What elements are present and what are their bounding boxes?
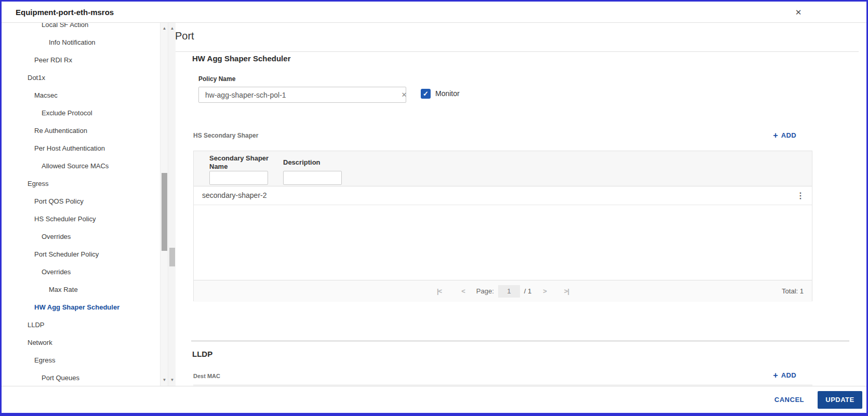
column-header-secondary-shaper-name: Secondary Shaper Name bbox=[209, 154, 287, 171]
dest-mac-label: Dest MAC bbox=[193, 373, 220, 379]
monitor-label: Monitor bbox=[435, 89, 460, 99]
page-title: Port bbox=[175, 30, 194, 42]
next-page-icon[interactable]: > bbox=[543, 287, 546, 295]
hs-secondary-shaper-table: Secondary Shaper Name Description second… bbox=[193, 151, 812, 301]
kebab-menu-icon[interactable]: ⋮ bbox=[796, 186, 805, 205]
sidebar-item-port-queues[interactable]: Port Queues bbox=[2, 369, 160, 386]
scroll-down-icon[interactable]: ▼ bbox=[161, 377, 168, 384]
nav-tree-list: Local SF Action Info Notification Peer R… bbox=[2, 23, 160, 386]
sidebar-item-dot1x[interactable]: Dot1x bbox=[2, 69, 160, 87]
filter-description-input[interactable] bbox=[283, 171, 342, 185]
main-scrollbar[interactable]: ▲ ▼ bbox=[168, 23, 176, 386]
sidebar-scrollbar[interactable]: ▲ ▼ bbox=[160, 23, 168, 386]
scroll-down-icon[interactable]: ▼ bbox=[168, 377, 176, 384]
dialog-equipment-port: Equipment-port-eth-msros ✕ Local SF Acti… bbox=[0, 0, 868, 416]
sidebar-item-re-authentication[interactable]: Re Authentication bbox=[2, 122, 160, 140]
section-divider bbox=[191, 340, 849, 342]
main-panel: Port HW Agg Shaper Scheduler Policy Name… bbox=[168, 23, 859, 386]
sidebar-item-hs-scheduler-policy[interactable]: HS Scheduler Policy bbox=[2, 210, 160, 228]
sidebar-item-port-scheduler-policy[interactable]: Port Scheduler Policy bbox=[2, 246, 160, 263]
sidebar-item-network-egress[interactable]: Egress bbox=[2, 352, 160, 369]
nav-tree: Local SF Action Info Notification Peer R… bbox=[2, 23, 160, 386]
close-icon[interactable]: ✕ bbox=[792, 6, 805, 19]
table-cell-secondary-shaper-name: secondary-shaper-2 bbox=[202, 186, 267, 205]
sidebar-scrollbar-thumb[interactable] bbox=[162, 173, 167, 251]
dialog-footer: CANCEL UPDATE bbox=[2, 386, 866, 413]
last-page-icon[interactable]: >| bbox=[564, 287, 569, 295]
main-scrollbar-thumb[interactable] bbox=[169, 248, 175, 266]
dialog-body: Local SF Action Info Notification Peer R… bbox=[2, 23, 866, 386]
cancel-button[interactable]: CANCEL bbox=[774, 396, 804, 404]
sidebar-item-hw-agg-shaper-scheduler[interactable]: HW Agg Shaper Scheduler bbox=[2, 299, 160, 316]
scroll-up-icon[interactable]: ▲ bbox=[168, 25, 176, 32]
sidebar-item-port-qos-policy[interactable]: Port QOS Policy bbox=[2, 193, 160, 210]
sidebar-item-overrides-1[interactable]: Overrides bbox=[2, 228, 160, 246]
dest-mac-add-button[interactable]: +ADD bbox=[773, 370, 796, 380]
sidebar-item-overrides-2[interactable]: Overrides bbox=[2, 263, 160, 281]
sidebar-item-allowed-source-macs[interactable]: Allowed Source MACs bbox=[2, 157, 160, 175]
scroll-up-icon[interactable]: ▲ bbox=[161, 25, 168, 32]
dialog-header: Equipment-port-eth-msros ✕ bbox=[2, 2, 866, 23]
total-count: Total: 1 bbox=[782, 280, 804, 302]
column-header-description: Description bbox=[283, 158, 321, 166]
table-row[interactable]: secondary-shaper-2 ⋮ bbox=[194, 186, 812, 205]
table-pagination: |< < Page: / 1 > >| Total: 1 bbox=[194, 280, 812, 302]
sidebar-item-local-sf-action[interactable]: Local SF Action bbox=[2, 23, 160, 34]
sidebar-item-network[interactable]: Network bbox=[2, 334, 160, 352]
dialog-title: Equipment-port-eth-msros bbox=[16, 2, 114, 23]
policy-name-input[interactable] bbox=[198, 87, 406, 103]
page-count: / 1 bbox=[524, 287, 531, 295]
sidebar-item-exclude-protocol[interactable]: Exclude Protocol bbox=[2, 104, 160, 122]
sidebar-item-peer-rdi-rx[interactable]: Peer RDI Rx bbox=[2, 51, 160, 69]
lldp-section-title: LLDP bbox=[192, 350, 212, 358]
check-icon: ✓ bbox=[423, 90, 429, 98]
update-button[interactable]: UPDATE bbox=[818, 391, 862, 409]
clear-icon[interactable]: ✕ bbox=[400, 91, 408, 99]
hs-secondary-shaper-label: HS Secondary Shaper bbox=[193, 132, 258, 139]
prev-page-icon[interactable]: < bbox=[461, 287, 465, 295]
first-page-icon[interactable]: |< bbox=[437, 287, 442, 295]
filter-secondary-shaper-name-input[interactable] bbox=[209, 171, 268, 185]
hw-agg-section-title: HW Agg Shaper Scheduler bbox=[192, 54, 290, 63]
policy-name-label: Policy Name bbox=[198, 75, 235, 83]
page-label: Page: bbox=[476, 287, 494, 295]
table-header: Secondary Shaper Name Description bbox=[194, 151, 812, 186]
monitor-checkbox[interactable]: ✓ bbox=[421, 89, 431, 99]
sidebar-item-egress[interactable]: Egress bbox=[2, 175, 160, 193]
sidebar-item-max-rate[interactable]: Max Rate bbox=[2, 281, 160, 299]
plus-icon: + bbox=[773, 131, 778, 140]
hs-secondary-shaper-add-button[interactable]: +ADD bbox=[773, 130, 796, 140]
sidebar-item-lldp[interactable]: LLDP bbox=[2, 316, 160, 334]
sidebar-item-macsec[interactable]: Macsec bbox=[2, 87, 160, 104]
port-header: Port bbox=[168, 23, 859, 52]
plus-icon: + bbox=[773, 371, 778, 380]
add-button-label: ADD bbox=[781, 131, 796, 139]
sidebar-item-info-notification[interactable]: Info Notification bbox=[2, 34, 160, 51]
add-button-label: ADD bbox=[781, 371, 796, 379]
sidebar-item-per-host-authentication[interactable]: Per Host Authentication bbox=[2, 140, 160, 157]
page-number-input[interactable] bbox=[498, 285, 520, 298]
